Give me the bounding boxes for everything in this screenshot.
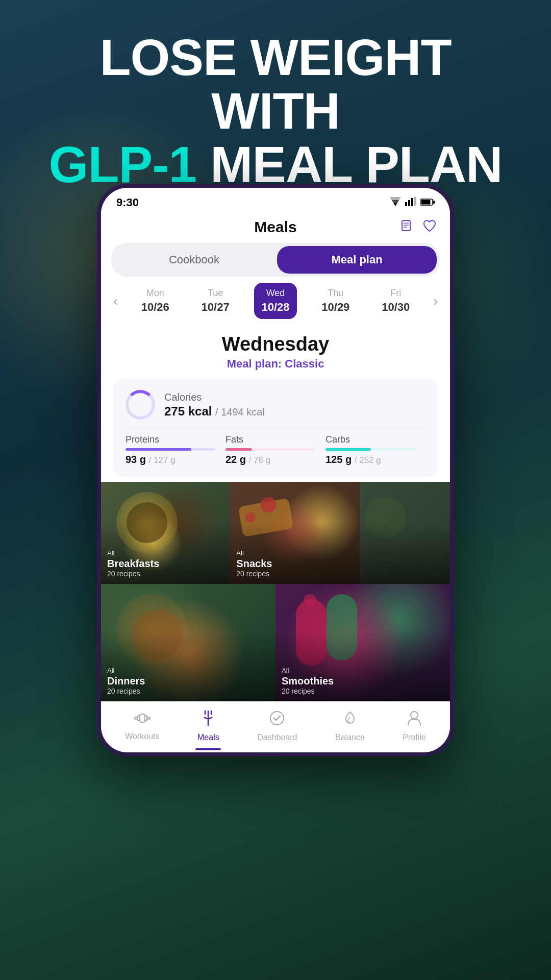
workouts-icon [134,711,151,729]
status-time: 9:30 [116,196,139,209]
calories-card: Calories 275 kcal / 1494 kcal Proteins [113,379,438,477]
macro-carbs-values: 125 g / 252 g [325,454,425,465]
day-fri-name: Fri [390,288,401,299]
breakfasts-badge: All [107,549,224,557]
profile-icon [407,710,421,730]
app-header: Meals [101,213,450,243]
days-list: Mon 10/26 Tue 10/27 Wed 10/28 Thu 10/29 … [125,283,425,319]
food-card-smoothies[interactable]: All Smoothies 20 recipes [276,584,450,701]
breakfasts-name: Breakfasts [107,558,224,570]
signal-icon [405,197,416,209]
calories-separator: / [215,406,221,418]
breakfasts-content: All Breakfasts 20 recipes [107,549,224,578]
svg-rect-5 [411,198,413,206]
day-tue-name: Tue [208,288,223,299]
meal-plan-name: Classic [285,357,324,370]
svg-point-23 [270,712,284,725]
tab-cookbook[interactable]: Cookbook [114,246,274,274]
dinners-content: All Dinners 20 recipes [107,667,269,695]
meals-icon [201,710,215,730]
day-wed[interactable]: Wed 10/28 [254,283,296,319]
balance-icon [342,710,358,730]
svg-rect-10 [402,220,410,231]
dashboard-icon [269,710,285,730]
dinners-name: Dinners [107,675,269,687]
day-mon-name: Mon [146,288,164,299]
calories-row: Calories 275 kcal / 1494 kcal [126,390,425,427]
day-thu-name: Thu [328,288,343,299]
workouts-label: Workouts [125,732,159,741]
prev-day-button[interactable]: ‹ [106,288,125,314]
heart-icon[interactable] [421,217,438,237]
macro-carbs-bar [325,448,415,451]
dashboard-label: Dashboard [257,733,297,742]
nav-workouts[interactable]: Workouts [125,711,159,741]
macro-carbs: Carbs 125 g / 252 g [325,434,425,465]
hero-line1: LOSE WEIGHT WITH [100,29,452,139]
wifi-icon [390,197,401,209]
profile-label: Profile [403,733,425,742]
food-card-dinners[interactable]: All Dinners 20 recipes [101,584,276,701]
smoothies-badge: All [282,667,444,674]
macro-fats-values: 22 g / 76 g [226,454,325,465]
day-tue[interactable]: Tue 10/27 [194,283,237,319]
battery-icon [420,198,435,208]
calories-current: 275 kcal [164,404,212,418]
tab-meal-plan[interactable]: Meal plan [277,246,437,274]
balance-label: Balance [335,733,365,742]
macro-proteins-bar [126,448,215,451]
day-mon[interactable]: Mon 10/26 [134,283,177,319]
phone-mockup: 9:30 [97,184,454,756]
food-card-snacks[interactable]: All Snacks 20 recipes [230,482,359,584]
day-selector: ‹ Mon 10/26 Tue 10/27 Wed 10/28 Thu 10/2… [101,283,450,319]
svg-rect-4 [408,200,410,206]
macro-proteins-values: 93 g / 127 g [126,454,226,465]
day-wed-name: Wed [266,288,285,299]
snacks-name: Snacks [236,558,353,570]
nav-meals[interactable]: Meals [197,710,219,742]
list-icon[interactable] [398,217,414,237]
hero-title: LOSE WEIGHT WITH GLP-1 MEAL PLAN [31,31,520,191]
svg-marker-2 [394,203,397,206]
header-actions [398,217,438,237]
macros-row: Proteins 93 g / 127 g Fats 22 g [126,427,425,465]
bottom-nav: Workouts Meals [101,701,450,752]
calorie-circle-chart [126,390,155,420]
day-thu[interactable]: Thu 10/29 [314,283,357,319]
smoothies-content: All Smoothies 20 recipes [282,667,444,695]
app-header-title: Meals [254,218,296,236]
macro-proteins-label: Proteins [126,434,226,445]
status-icons [390,197,435,209]
meal-plan-label: Meal plan: Classic [113,357,438,371]
svg-rect-6 [414,197,416,206]
tabs-container: Cookbook Meal plan [111,243,440,277]
day-fri[interactable]: Fri 10/30 [374,283,417,319]
status-bar: 9:30 [101,188,450,213]
macro-proteins: Proteins 93 g / 127 g [126,434,226,465]
svg-rect-8 [433,201,435,204]
calories-total: 1494 kcal [221,406,265,418]
nav-balance[interactable]: Balance [335,710,365,742]
snacks-count: 20 recipes [236,570,353,578]
nav-dashboard[interactable]: Dashboard [257,710,297,742]
day-thu-date: 10/29 [321,301,349,314]
smoothies-name: Smoothies [282,675,444,687]
day-wed-date: 10/28 [261,301,289,314]
nav-profile[interactable]: Profile [403,710,425,742]
meals-label: Meals [197,733,219,742]
day-mon-date: 10/26 [141,301,169,314]
smoothies-count: 20 recipes [282,687,444,695]
food-grid-row1: All Breakfasts 20 recipes All Snacks 20 … [101,482,450,584]
food-card-breakfasts[interactable]: All Breakfasts 20 recipes [101,482,230,584]
snacks-content: All Snacks 20 recipes [236,549,353,578]
macro-carbs-label: Carbs [325,434,425,445]
food-card-partial[interactable] [360,482,450,584]
day-label: Wednesday [113,333,438,355]
macro-fats-bar [226,448,315,451]
breakfasts-count: 20 recipes [107,570,224,578]
day-tue-date: 10/27 [202,301,230,314]
svg-point-24 [411,712,418,719]
macro-fats-label: Fats [226,434,325,445]
next-day-button[interactable]: › [426,288,445,314]
svg-rect-3 [405,202,407,206]
